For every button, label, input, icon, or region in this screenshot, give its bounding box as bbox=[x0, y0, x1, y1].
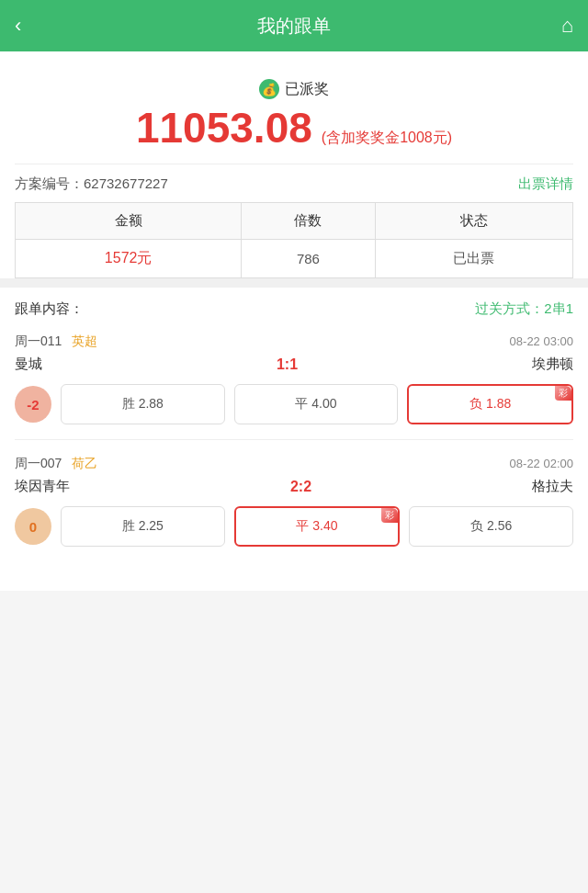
award-section: 💰 已派奖 11053.08 (含加奖奖金1008元) bbox=[15, 70, 573, 164]
info-table: 金额 倍数 状态 1572元 786 已出票 bbox=[15, 202, 573, 278]
col-header-amount: 金额 bbox=[16, 203, 242, 240]
odds-label-0-1: 平 4.00 bbox=[295, 396, 336, 413]
follow-header: 跟单内容： 过关方式：2串1 bbox=[15, 300, 573, 318]
follow-title: 跟单内容： bbox=[15, 300, 84, 318]
odds-label-1-0: 胜 2.25 bbox=[122, 518, 164, 535]
odds-btn-0-1[interactable]: 平 4.00 bbox=[234, 384, 399, 424]
page-title: 我的跟单 bbox=[257, 14, 331, 39]
scheme-number: 方案编号：62732677227 bbox=[15, 175, 168, 193]
selected-tag: 彩 bbox=[381, 508, 398, 523]
odds-btn-1-2[interactable]: 负 2.56 bbox=[409, 506, 573, 547]
match-id-league-1: 周一007 荷乙 bbox=[15, 455, 97, 472]
handicap-badge-0: -2 bbox=[15, 386, 51, 423]
award-amount-row: 11053.08 (含加奖奖金1008元) bbox=[15, 107, 573, 149]
match-teams-row-1: 埃因青年 2:2 格拉夫 bbox=[15, 478, 573, 495]
odds-label-1-1: 平 3.40 bbox=[296, 518, 337, 535]
match-score-1: 2:2 bbox=[290, 479, 311, 495]
odds-btn-1-0[interactable]: 胜 2.25 bbox=[61, 506, 225, 547]
back-button[interactable]: ‹ bbox=[15, 14, 21, 38]
match-id-0: 周一011 bbox=[15, 333, 62, 348]
odds-label-0-2: 负 1.88 bbox=[469, 396, 511, 413]
header: ‹ 我的跟单 ⌂ bbox=[0, 0, 588, 51]
col-header-status: 状态 bbox=[375, 203, 572, 240]
team-away-0: 埃弗顿 bbox=[532, 356, 573, 373]
award-bonus-unit: 元) bbox=[433, 130, 452, 145]
section-divider bbox=[0, 278, 588, 288]
scheme-row: 方案编号：62732677227 出票详情 bbox=[15, 164, 573, 202]
odds-btn-0-2[interactable]: 彩 负 1.88 bbox=[407, 384, 573, 424]
award-icon: 💰 bbox=[259, 79, 279, 99]
table-multiplier: 786 bbox=[242, 240, 375, 278]
table-amount: 1572元 bbox=[16, 240, 242, 278]
match-card-0: 周一011 英超 08-22 03:00 曼城 1:1 埃弗顿 -2 胜 2.8… bbox=[15, 333, 573, 440]
award-label-row: 💰 已派奖 bbox=[15, 79, 573, 99]
col-header-multiplier: 倍数 bbox=[242, 203, 375, 240]
follow-section: 跟单内容： 过关方式：2串1 周一011 英超 08-22 03:00 曼城 1… bbox=[15, 288, 573, 561]
selected-tag: 彩 bbox=[555, 386, 571, 401]
match-id-league-0: 周一011 英超 bbox=[15, 333, 97, 350]
team-away-1: 格拉夫 bbox=[532, 478, 573, 495]
home-button[interactable]: ⌂ bbox=[561, 14, 573, 38]
match-league-1: 荷乙 bbox=[72, 456, 97, 470]
match-teams-row-0: 曼城 1:1 埃弗顿 bbox=[15, 356, 573, 373]
main-content: 💰 已派奖 11053.08 (含加奖奖金1008元) 方案编号：6273267… bbox=[0, 51, 588, 591]
match-score-0: 1:1 bbox=[277, 356, 298, 373]
award-amount: 11053.08 bbox=[136, 107, 312, 149]
odds-row-0: -2 胜 2.88 平 4.00 彩 负 1.88 bbox=[15, 384, 573, 424]
follow-mode: 过关方式：2串1 bbox=[475, 300, 573, 318]
award-label-text: 已派奖 bbox=[285, 80, 329, 99]
team-home-1: 埃因青年 bbox=[15, 478, 70, 495]
odds-row-1: 0 胜 2.25 彩 平 3.40 负 2.56 bbox=[15, 506, 573, 547]
match-time-0: 08-22 03:00 bbox=[510, 334, 573, 348]
odds-label-1-2: 负 2.56 bbox=[470, 518, 512, 535]
match-card-1: 周一007 荷乙 08-22 02:00 埃因青年 2:2 格拉夫 0 胜 2.… bbox=[15, 455, 573, 561]
odds-btn-0-0[interactable]: 胜 2.88 bbox=[61, 384, 225, 424]
match-time-1: 08-22 02:00 bbox=[510, 457, 573, 470]
handicap-badge-1: 0 bbox=[15, 508, 51, 545]
odds-label-0-0: 胜 2.88 bbox=[122, 396, 164, 413]
award-bonus-prefix: (含加奖奖金 bbox=[322, 130, 400, 145]
match-id-1: 周一007 bbox=[15, 456, 62, 470]
footer-space bbox=[0, 591, 588, 618]
match-info-row-1: 周一007 荷乙 08-22 02:00 bbox=[15, 455, 573, 472]
scheme-detail-link[interactable]: 出票详情 bbox=[518, 175, 573, 193]
team-home-0: 曼城 bbox=[15, 356, 42, 373]
match-league-0: 英超 bbox=[72, 333, 97, 348]
match-cards-container: 周一011 英超 08-22 03:00 曼城 1:1 埃弗顿 -2 胜 2.8… bbox=[15, 333, 573, 561]
odds-btn-1-1[interactable]: 彩 平 3.40 bbox=[234, 506, 401, 547]
award-bonus-amount: 1008 bbox=[400, 130, 433, 145]
match-info-row-0: 周一011 英超 08-22 03:00 bbox=[15, 333, 573, 350]
award-bonus: (含加奖奖金1008元) bbox=[322, 129, 452, 148]
table-status: 已出票 bbox=[375, 240, 572, 278]
